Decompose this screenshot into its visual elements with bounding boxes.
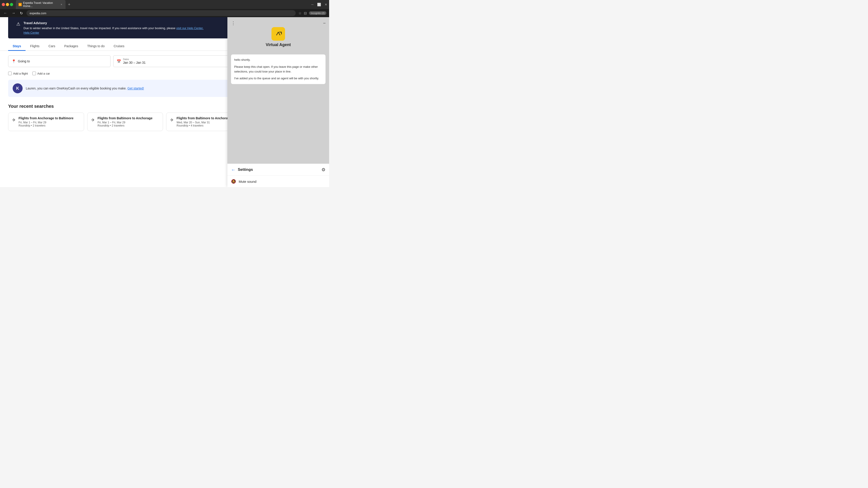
tab-bar: E Expedia Travel: Vacation Home... × + [16,0,308,9]
minimize-window-button[interactable]: – [6,3,9,6]
add-flight-option[interactable]: Add a flight [8,72,28,75]
search-card[interactable]: ✈ Flights from Baltimore to Anchorage Fr… [87,112,163,131]
settings-panel: ← Settings ⚙ 🔕 Mute sound [227,164,329,187]
help-center-link[interactable]: Help Center [24,31,39,34]
bookmark-icon[interactable]: ☆ [298,11,302,15]
address-right-controls: ☆ ⊟ Incognito (2) [298,11,327,15]
address-bar: ← → ↻ ☆ ⊟ Incognito (2) [0,9,329,17]
settings-gear-button[interactable]: ⚙ [321,167,326,172]
svg-rect-0 [274,30,282,38]
tab-packages[interactable]: Packages [60,42,83,51]
chat-header-top: ⋮ – [231,21,326,25]
search-card[interactable]: ✈ Flights from Anchorage to Baltimore Fr… [8,112,84,131]
add-car-label: Add a car [37,72,50,75]
forward-button[interactable]: → [11,11,16,15]
dates-value: Jan 30 – Jan 31 [123,61,146,64]
tab-stays[interactable]: Stays [8,42,26,51]
mute-sound-icon: 🔕 [231,179,236,184]
window-close-button[interactable]: ✕ [324,3,327,6]
mute-sound-label: Mute sound [239,180,256,184]
going-to-input[interactable]: 📍 Going to [8,55,111,67]
going-to-value: Going to [18,59,30,63]
window-minimize-button[interactable]: ─ [311,3,313,6]
agent-name: Virtual Agent [266,42,291,47]
settings-back-button[interactable]: ← [231,167,236,172]
chat-more-button[interactable]: ⋮ [231,21,236,25]
browser-window-controls: ─ ⬜ ✕ [311,3,327,6]
settings-title: Settings [238,167,319,172]
location-icon: 📍 [11,59,16,64]
card-date: Fri, Mar 1 – Fri, Mar 29 [19,121,80,124]
card-detail: Roundtrip • 2 travelers [98,124,159,127]
maximize-window-button[interactable]: + [10,3,13,6]
refresh-button[interactable]: ↻ [19,11,24,16]
chat-text-2: Please keep this chat open. If you leave… [234,65,322,74]
dates-field: Dates Jan 30 – Jan 31 [123,58,146,65]
advisory-body: Due to winter weather in the United Stat… [24,26,204,30]
add-car-option[interactable]: Add a car [32,72,50,75]
plane-icon: ✈ [12,117,16,123]
add-flight-label: Add a flight [13,72,28,75]
settings-header: ← Settings ⚙ [227,164,329,176]
tab-close-button[interactable]: × [60,3,63,6]
card-date: Fri, Mar 1 – Fri, Mar 29 [98,121,159,124]
onekey-message: Lauren, you can earn OneKeyCash on every… [26,87,127,90]
card-info: Flights from Baltimore to Anchorage Fri,… [98,116,159,127]
card-detail: Roundtrip • 2 travelers [19,124,80,127]
tab-cars[interactable]: Cars [44,42,60,51]
tab-title: Expedia Travel: Vacation Home... [23,1,59,8]
going-to-field: Going to [18,59,30,63]
dates-label: Dates [123,58,146,61]
sidebar-icon[interactable]: ⊟ [304,11,307,15]
advisory-text: Travel Advisory Due to winter weather in… [24,21,204,35]
tab-favicon-icon: E [19,3,22,6]
advisory-warning-icon: ⚠ [16,21,20,27]
onekey-get-started-link[interactable]: Get started! [127,87,144,90]
chat-message: hello shortly. Please keep this chat ope… [231,55,326,84]
advisory-help-link[interactable]: visit our Help Center. [176,26,204,30]
calendar-icon: 📅 [117,59,121,64]
back-button[interactable]: ← [3,11,8,15]
tab-flights[interactable]: Flights [26,42,44,51]
tab-cruises[interactable]: Cruises [109,42,129,51]
tab-things-to-do[interactable]: Things to do [83,42,109,51]
mute-sound-option[interactable]: 🔕 Mute sound [227,176,329,187]
card-title: Flights from Anchorage to Baltimore [19,116,80,120]
browser-chrome: × – + E Expedia Travel: Vacation Home...… [0,0,329,9]
onekey-text: Lauren, you can earn OneKeyCash on every… [26,87,144,90]
new-tab-button[interactable]: + [66,1,72,8]
page-content: ⚠ Travel Advisory Due to winter weather … [0,17,329,187]
add-car-checkbox[interactable] [32,72,36,75]
chat-text-3: I've added you to the queue and an agent… [234,76,322,81]
close-window-button[interactable]: × [2,3,5,6]
plane-icon: ✈ [170,117,174,123]
dates-input[interactable]: 📅 Dates Jan 30 – Jan 31 [113,55,235,67]
plane-icon: ✈ [91,117,95,123]
window-controls: × – + [2,3,13,6]
advisory-title: Travel Advisory [24,21,204,26]
chat-minimize-button[interactable]: – [323,21,326,25]
chat-text-1: hello shortly. [234,58,322,62]
active-tab[interactable]: E Expedia Travel: Vacation Home... × [16,0,66,9]
chat-header: ⋮ – Virtual Agent [227,17,329,51]
incognito-badge[interactable]: Incognito (2) [309,11,327,15]
window-restore-button[interactable]: ⬜ [317,3,321,6]
virtual-agent-panel: ⋮ – Virtual Agent hello shortly. Please … [227,17,329,187]
address-input[interactable] [26,10,296,16]
user-avatar: K [13,84,23,93]
chat-body[interactable]: hello shortly. Please keep this chat ope… [227,51,329,164]
card-info: Flights from Anchorage to Baltimore Fri,… [19,116,80,127]
card-title: Flights from Baltimore to Anchorage [98,116,159,120]
add-flight-checkbox[interactable] [8,72,12,75]
agent-logo-icon [272,27,285,41]
